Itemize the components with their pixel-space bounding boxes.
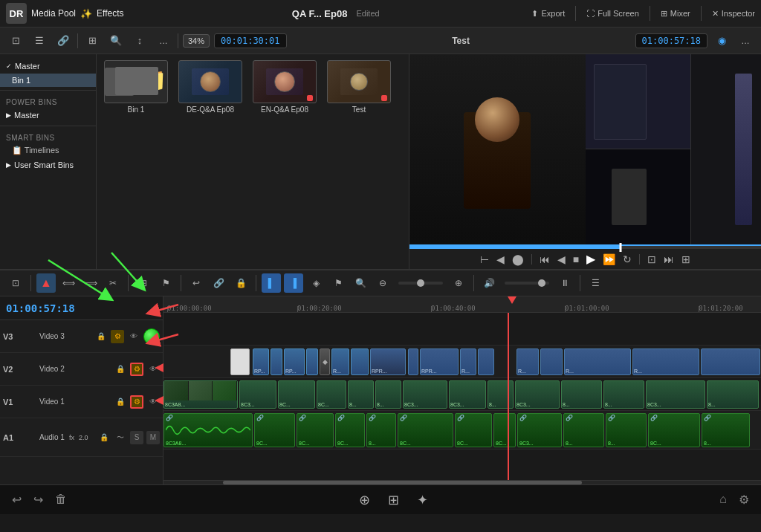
color-page-button[interactable]: ✦ <box>417 492 428 508</box>
viewer-button[interactable]: ⊡ <box>6 273 25 293</box>
sidebar-user-smart-bins[interactable]: ▶ User Smart Bins <box>0 158 96 172</box>
a1-clip-7[interactable]: 8C... 🔗 <box>455 413 492 447</box>
v1-clip-14[interactable]: 8... <box>707 380 759 409</box>
v2-clip-ph1[interactable] <box>408 348 418 375</box>
v1-clip-11[interactable]: 8... <box>561 380 602 409</box>
a1-clip-8[interactable]: 8C... <box>493 413 516 447</box>
a1-clip-1[interactable]: 8C3A8... 🔗 <box>163 413 253 447</box>
a1-clip-9[interactable]: 8C3... 🔗 <box>517 413 562 447</box>
v1-clip-1[interactable]: 8C3A8... <box>163 380 238 409</box>
color-wheel-button[interactable]: ◉ <box>712 31 731 51</box>
list-view-button[interactable]: ☰ <box>30 31 49 51</box>
clip-view-button[interactable]: ⊡ <box>6 31 25 51</box>
v1-clip-13[interactable]: 8C3... <box>646 380 705 409</box>
media-item-enqa[interactable]: EN-Q&A Ep08 <box>251 60 318 114</box>
safe-zone-button[interactable]: ⊡ <box>647 253 656 265</box>
mixer-button[interactable]: ⊞ Mixer <box>661 9 690 19</box>
v2-clip-5[interactable]: R... <box>331 348 349 375</box>
sidebar-power-master[interactable]: ▶ Master <box>0 108 96 123</box>
v1-clip-6[interactable]: 8... <box>375 380 401 409</box>
v3-eye-icon[interactable]: 👁 <box>127 330 140 343</box>
media-item-deqa[interactable]: DE-Q&A Ep08 <box>177 60 244 114</box>
audio-button[interactable]: 🔊 <box>479 273 499 293</box>
redo-button[interactable]: ↪ <box>33 493 43 507</box>
flag-tool-button[interactable]: ⚑ <box>328 273 348 293</box>
a1-clip-10[interactable]: 8... 🔗 <box>563 413 604 447</box>
search-button[interactable]: 🔍 <box>106 31 126 51</box>
a1-clip-3[interactable]: 8C... 🔗 <box>297 413 334 447</box>
settings-button[interactable]: ⚙ <box>739 493 749 507</box>
lock-tool-button[interactable]: 🔒 <box>231 273 250 293</box>
a1-mute-m[interactable]: M <box>146 431 160 444</box>
timeline-scrollbar[interactable] <box>163 480 761 484</box>
v2-clip-12[interactable] <box>540 348 563 375</box>
a1-clip-12[interactable]: 8C... 🔗 <box>648 413 700 447</box>
stop-button[interactable]: ■ <box>573 253 579 265</box>
v2-clip-11[interactable]: R... <box>516 348 539 375</box>
v2-lock-icon[interactable]: 🔒 <box>114 363 127 376</box>
effects-label[interactable]: Effects <box>97 8 123 19</box>
sidebar-master-header[interactable]: ✓ Master <box>0 59 96 74</box>
v2-clip-6[interactable] <box>351 348 369 375</box>
fullscreen-button[interactable]: ⛶ Full Screen <box>586 9 639 18</box>
go-to-end-button[interactable]: ⏭ <box>664 253 674 265</box>
a1-clip-2[interactable]: 8C... 🔗 <box>254 413 295 447</box>
cut-page-button[interactable]: ⊞ <box>388 492 399 508</box>
v2-clip-14[interactable]: R... <box>632 348 699 375</box>
delete-button[interactable]: 🗑 <box>55 493 67 507</box>
a1-clip-5[interactable]: 8... 🔗 <box>366 413 396 447</box>
v2-clip-15[interactable] <box>701 348 760 375</box>
zoom-out-icon[interactable]: ⊖ <box>373 273 392 293</box>
a1-clip-11[interactable]: 8... 🔗 <box>606 413 647 447</box>
link-tool-button[interactable]: 🔗 <box>209 273 228 293</box>
v1-clip-3[interactable]: 8C... <box>278 380 315 409</box>
media-pool-nav-button[interactable]: ⊕ <box>359 492 370 508</box>
sidebar-item-timelines[interactable]: 📋 Timelines <box>0 143 96 158</box>
marker-button[interactable]: ◈ <box>306 273 326 293</box>
go-to-start-button[interactable]: ⏮ <box>540 253 550 265</box>
export-button[interactable]: ⬆ Export <box>531 9 565 19</box>
v2-clip-3[interactable]: RP... <box>284 348 305 375</box>
v1-clip-10[interactable]: 8C3... <box>515 380 560 409</box>
v1-clip-2[interactable]: 8C3... <box>239 380 276 409</box>
undo-button[interactable]: ↩ <box>12 493 22 507</box>
sort-button[interactable]: ↕ <box>130 31 149 51</box>
v2-clip-2[interactable] <box>271 348 282 375</box>
inspector-button[interactable]: ✕ Inspector <box>712 9 755 19</box>
loop-button[interactable]: ↻ <box>623 253 632 265</box>
zoom-in-btn[interactable]: ⊕ <box>449 273 468 293</box>
v3-record-circle[interactable] <box>143 328 160 345</box>
more-options-button[interactable]: ... <box>154 31 173 51</box>
v1-clip-8[interactable]: 8C3... <box>449 380 486 409</box>
prev-clip-button[interactable]: ◀ <box>557 253 566 265</box>
preview-scrub-handle[interactable] <box>619 243 621 252</box>
grid-view-button[interactable]: ⊞ <box>82 31 102 51</box>
v1-color-icon[interactable]: ⚙ <box>130 395 143 409</box>
media-item-bin1[interactable]: 📁 Bin 1 <box>103 60 169 114</box>
in-point-button[interactable]: ⊢ <box>480 253 489 265</box>
a1-wave-icon[interactable]: 〜 <box>114 431 127 444</box>
zoom-in-button[interactable]: 🔍 <box>351 273 370 293</box>
v2-clip-1[interactable]: RP... <box>253 348 269 375</box>
volume-slider[interactable] <box>505 282 549 285</box>
v2-clip-4[interactable] <box>306 348 318 375</box>
v2-clip-8[interactable]: RPR... <box>420 348 459 375</box>
sidebar-item-bin1[interactable]: Bin 1 <box>0 74 96 87</box>
volume-slider-handle[interactable] <box>538 279 545 287</box>
prev-frame-button[interactable]: ◀ <box>496 253 505 265</box>
zoom-slider-handle[interactable] <box>417 279 424 287</box>
v1-lock-icon[interactable]: 🔒 <box>114 395 127 409</box>
timeline-scrollbar-thumb[interactable] <box>223 481 581 484</box>
v2-clip-9[interactable]: R... <box>460 348 476 375</box>
fullscreen-preview-button[interactable]: ⊞ <box>681 253 690 265</box>
a1-lock-icon[interactable]: 🔒 <box>97 431 111 444</box>
a1-clip-13[interactable]: 8... 🔗 <box>702 413 750 447</box>
zoom-slider[interactable] <box>398 282 443 285</box>
a1-solo-s[interactable]: S <box>130 431 143 444</box>
a1-clip-4[interactable]: 8C... 🔗 <box>335 413 365 447</box>
v1-clip-7[interactable]: 8C3... <box>403 380 447 409</box>
next-dot-button[interactable]: ⬤ <box>512 253 524 265</box>
play-button[interactable]: ▶ <box>586 252 595 266</box>
v1-clip-5[interactable]: 8... <box>348 380 374 409</box>
v1-clip-9[interactable]: 8... <box>488 380 514 409</box>
